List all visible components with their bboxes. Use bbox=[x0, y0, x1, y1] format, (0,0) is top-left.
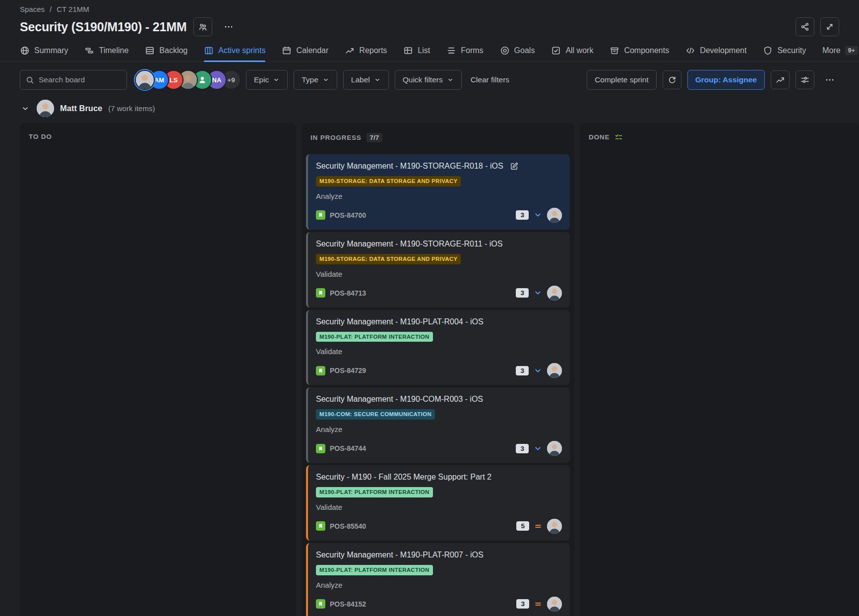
card-key[interactable]: POS-84700 bbox=[330, 211, 366, 219]
quick-filters-button[interactable]: Quick filters bbox=[395, 70, 462, 90]
tab-all-work[interactable]: All work bbox=[551, 39, 593, 62]
card-assignee-avatar[interactable] bbox=[547, 363, 562, 378]
title-more-button[interactable] bbox=[219, 17, 238, 36]
chevron-down-icon bbox=[374, 76, 381, 83]
column-done: DONE bbox=[580, 123, 859, 616]
search-board-box bbox=[20, 70, 127, 90]
edit-icon[interactable] bbox=[509, 161, 519, 171]
tab-label: Goals bbox=[514, 46, 535, 55]
share-button[interactable] bbox=[796, 17, 814, 36]
tab-components[interactable]: Components bbox=[610, 39, 669, 62]
view-settings-button[interactable] bbox=[796, 70, 814, 89]
board-card[interactable]: Security Management - M190-PLAT-R007 - i… bbox=[306, 543, 570, 616]
timeline-icon bbox=[84, 46, 94, 56]
clear-filters-button[interactable]: Clear filters bbox=[468, 75, 512, 84]
card-status: Analyze bbox=[316, 425, 562, 434]
card-title: Security Management - M190-COM-R003 - iO… bbox=[316, 394, 483, 404]
board-card[interactable]: Security Management - M190-PLAT-R004 - i… bbox=[306, 310, 570, 385]
breadcrumb-spaces[interactable]: Spaces bbox=[20, 5, 45, 13]
story-type-icon bbox=[316, 521, 325, 531]
tab-security[interactable]: Security bbox=[763, 39, 806, 62]
backlog-icon bbox=[145, 46, 155, 56]
story-type-icon bbox=[316, 599, 325, 609]
tab-backlog[interactable]: Backlog bbox=[145, 39, 187, 62]
chevron-down-icon bbox=[322, 76, 329, 83]
column-title: IN PROGRESS bbox=[310, 134, 362, 141]
card-title: Security Management - M190-STORAGE-R018 … bbox=[316, 161, 503, 171]
card-assignee-avatar[interactable] bbox=[547, 441, 562, 456]
sliders-icon bbox=[800, 75, 810, 85]
tab-timeline[interactable]: Timeline bbox=[84, 39, 128, 62]
fullscreen-button[interactable] bbox=[820, 17, 839, 36]
search-input[interactable] bbox=[39, 75, 122, 84]
board-card[interactable]: Security - M190 - Fall 2025 Merge Suppor… bbox=[306, 465, 570, 541]
card-key[interactable]: POS-84744 bbox=[330, 444, 366, 452]
chevron-down-icon[interactable] bbox=[534, 289, 542, 297]
chevron-down-icon[interactable] bbox=[534, 211, 542, 219]
estimate-badge: 3 bbox=[516, 210, 529, 220]
priority-medium-icon bbox=[534, 522, 542, 530]
checkbox-icon bbox=[551, 46, 561, 56]
collapse-group-button[interactable] bbox=[20, 103, 31, 114]
board-people-button[interactable] bbox=[193, 17, 212, 36]
chevron-down-icon[interactable] bbox=[534, 444, 542, 453]
chevron-down-icon bbox=[273, 76, 280, 83]
board-card[interactable]: Security Management - M190-STORAGE-R011 … bbox=[306, 232, 570, 308]
card-key[interactable]: POS-84713 bbox=[330, 289, 366, 297]
table-icon bbox=[403, 46, 413, 56]
card-assignee-avatar[interactable] bbox=[547, 597, 562, 612]
assignee-name: Matt Bruce bbox=[60, 104, 102, 113]
epic-label-badge[interactable]: M190-PLAT: PLATFORM INTERACTION bbox=[316, 565, 433, 575]
tab-active-sprints[interactable]: Active sprints bbox=[204, 39, 265, 62]
card-key[interactable]: POS-84152 bbox=[330, 600, 366, 608]
complete-sprint-button[interactable]: Complete sprint bbox=[587, 70, 657, 90]
tab-label: List bbox=[418, 46, 430, 55]
button-label: Quick filters bbox=[403, 75, 443, 84]
board-card[interactable]: Security Management - M190-STORAGE-R018 … bbox=[306, 154, 570, 230]
insights-button[interactable] bbox=[771, 70, 790, 89]
tab-reports[interactable]: Reports bbox=[345, 39, 387, 62]
tab-more[interactable]: More 9+ bbox=[822, 39, 858, 62]
epic-label-badge[interactable]: M190-COM: SECURE COMMUNICATION bbox=[316, 409, 435, 420]
tab-development[interactable]: Development bbox=[685, 39, 746, 62]
tab-list[interactable]: List bbox=[403, 39, 430, 62]
card-status: Validate bbox=[316, 347, 562, 356]
tab-calendar[interactable]: Calendar bbox=[282, 39, 328, 62]
sprint-sync-button[interactable] bbox=[663, 70, 681, 89]
tab-label: Calendar bbox=[296, 46, 328, 55]
type-filter-button[interactable]: Type bbox=[294, 70, 337, 90]
tab-label: Components bbox=[624, 46, 669, 55]
epic-label-badge[interactable]: M190-PLAT: PLATFORM INTERACTION bbox=[316, 332, 433, 342]
label-filter-button[interactable]: Label bbox=[343, 70, 389, 90]
tab-forms[interactable]: Forms bbox=[446, 39, 483, 62]
estimate-badge: 3 bbox=[516, 366, 529, 375]
card-assignee-avatar[interactable] bbox=[547, 519, 562, 534]
expand-icon bbox=[825, 22, 835, 32]
board-more-button[interactable] bbox=[820, 70, 839, 89]
epic-label-badge[interactable]: M190-STORAGE: DATA STORAGE AND PRIVACY bbox=[316, 254, 461, 264]
breadcrumb: Spaces / CT 21MM bbox=[0, 0, 859, 13]
button-label: Group: Assignee bbox=[695, 75, 757, 84]
search-icon bbox=[25, 75, 35, 85]
breadcrumb-project[interactable]: CT 21MM bbox=[57, 5, 89, 13]
tab-goals[interactable]: Goals bbox=[500, 39, 535, 62]
card-status: Validate bbox=[316, 269, 562, 279]
tab-summary[interactable]: Summary bbox=[20, 39, 68, 62]
card-key[interactable]: POS-84729 bbox=[330, 367, 366, 374]
card-assignee-avatar[interactable] bbox=[547, 208, 562, 223]
priority-medium-icon bbox=[534, 600, 542, 608]
group-by-button[interactable]: Group: Assignee bbox=[687, 70, 765, 90]
chevron-down-icon[interactable] bbox=[534, 367, 542, 375]
epic-label-badge[interactable]: M190-STORAGE: DATA STORAGE AND PRIVACY bbox=[316, 176, 461, 186]
components-icon bbox=[610, 46, 619, 56]
board-icon bbox=[204, 46, 214, 56]
button-label: Type bbox=[302, 75, 318, 84]
board-card[interactable]: Security Management - M190-COM-R003 - iO… bbox=[306, 387, 570, 463]
card-key[interactable]: POS-85540 bbox=[330, 522, 366, 530]
epic-label-badge[interactable]: M190-PLAT: PLATFORM INTERACTION bbox=[316, 487, 433, 497]
card-assignee-avatar[interactable] bbox=[547, 286, 562, 301]
avatar-user-photo[interactable] bbox=[136, 71, 154, 89]
target-icon bbox=[500, 46, 510, 56]
epic-filter-button[interactable]: Epic bbox=[246, 70, 288, 90]
story-type-icon bbox=[316, 210, 325, 220]
